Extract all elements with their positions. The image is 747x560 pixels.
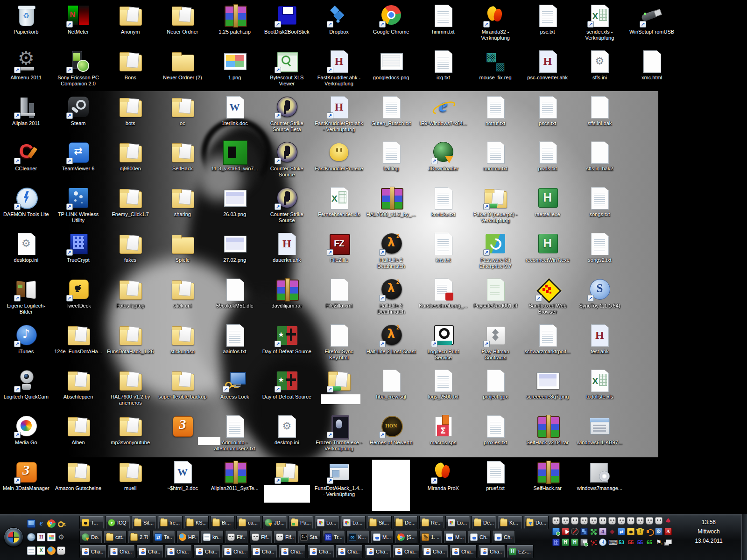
globe-icon[interactable]	[27, 533, 35, 541]
show-desktop-button[interactable]	[741, 514, 747, 560]
fifa-icon[interactable]	[655, 517, 662, 525]
desktop-icon[interactable]: ↗Play Hitman Contracts	[469, 321, 521, 366]
desktop-icon[interactable]: macros.sps	[417, 412, 470, 457]
taskbar-button[interactable]: Cha...	[193, 545, 220, 558]
diamond-icon[interactable]	[608, 528, 616, 535]
note-icon[interactable]	[27, 546, 35, 555]
desktop-icon[interactable]: sffs.ini.bak2	[574, 138, 626, 183]
desktop-icon[interactable]: notruf.txt	[469, 92, 521, 138]
fifa-icon[interactable]	[627, 517, 634, 525]
desktop-icon[interactable]: dauerkn.ahk	[261, 229, 313, 275]
fifa-icon[interactable]	[552, 517, 560, 525]
desktop-icon[interactable]: desktop.ini	[0, 229, 52, 275]
hgreen-icon[interactable]	[562, 539, 569, 546]
desktop-icon[interactable]: Firefox Sync Key.html	[313, 321, 365, 366]
desktop-icon[interactable]: ↗Day of Defeat Source	[261, 321, 313, 366]
desktop-icon[interactable]: SelfHack v2.04.rar	[521, 412, 574, 457]
sound-icon[interactable]	[646, 528, 653, 535]
desktop-icon[interactable]: ↗Dropbox	[313, 1, 365, 47]
fifa-icon[interactable]	[571, 517, 578, 525]
gear-icon[interactable]	[57, 533, 65, 541]
display-icon[interactable]	[27, 519, 35, 528]
desktop-icon[interactable]: ↗Mein 3DataManager	[0, 457, 52, 503]
taskbar-button[interactable]: Cha...	[250, 545, 277, 558]
desktop-icon[interactable]: screeeene8q7.png	[521, 366, 574, 412]
desktop-icon[interactable]: psc-converter.ahk	[521, 47, 574, 92]
desktop-icon[interactable]: pruef.txt	[469, 457, 521, 503]
desktop-icon[interactable]: ↗Counter-Strike Source	[261, 183, 313, 229]
desktop-icon[interactable]: ↗FastKnuddlerPro.ahk - Verknüpfung	[313, 92, 365, 138]
taskbar-button[interactable]: M...	[444, 530, 466, 544]
desktop-icon[interactable]: dj9800en	[104, 138, 156, 183]
taskbar-button[interactable]: [S...	[395, 530, 418, 544]
taskbar-button[interactable]: Cha...	[393, 545, 420, 558]
taskbar-button[interactable]: Lo...	[445, 516, 470, 529]
desktop-icon[interactable]: 124e_FunsDotAHa...	[52, 321, 105, 366]
desktop-icon[interactable]: ↗Logitech QuickCam	[0, 366, 52, 412]
taskbar-button[interactable]: Cha...	[279, 545, 306, 558]
desktop-icon[interactable]: ↗Allplan 2011	[0, 92, 52, 138]
desktop-icon[interactable]: ↗Sandboxed Web Browser	[521, 275, 574, 321]
desktop-icon[interactable]: hal.log	[365, 138, 417, 183]
fifa-icon[interactable]	[618, 517, 625, 525]
desktop-icon[interactable]: Alben	[52, 412, 105, 457]
desktop-icon[interactable]: FunsDotaHack_1.26	[104, 321, 156, 366]
desktop-icon[interactable]: ↗iTunes	[0, 321, 52, 366]
taskbar-button[interactable]: Tr...	[322, 530, 345, 544]
desktop-icon[interactable]: project.gpx	[469, 366, 521, 412]
desktop-icon[interactable]: 27.02.png	[209, 229, 261, 275]
desktop-icon[interactable]: 59cokdkM51.dlc	[209, 275, 261, 321]
taskbar-button[interactable]: Fif...	[249, 530, 272, 544]
firefox-icon[interactable]	[47, 546, 56, 555]
taskbar-button[interactable]: M...	[371, 530, 394, 544]
desktop-icon[interactable]: ↗Passware Kit Enterprise 9.7	[469, 229, 521, 275]
taskbar-button[interactable]: Cha...	[364, 545, 391, 558]
taskbar-button[interactable]: Ch...	[492, 530, 515, 544]
desktop-icon[interactable]: ↗TeamViewer 6	[52, 138, 105, 183]
desktop-icon[interactable]: songs.txt	[574, 183, 626, 229]
desktop-icon[interactable]: pscs.txt	[521, 92, 574, 138]
desktop-icon[interactable]: ↗NetMeter	[52, 1, 105, 47]
desktop-icon[interactable]: FastKnuddlerPro.exe	[313, 138, 365, 183]
pdfred-icon[interactable]	[664, 528, 672, 535]
desktop-icon[interactable]: sffs.ini	[574, 47, 626, 92]
layers-icon[interactable]	[580, 528, 588, 535]
desktop-icon[interactable]: icq.txt	[417, 47, 470, 92]
desktop-icon[interactable]: logs_2500.txt	[417, 366, 470, 412]
shield-icon[interactable]	[636, 528, 644, 535]
taskbar-button[interactable]: Cha...	[307, 545, 334, 558]
desktop-icon[interactable]: Kursbeschreibung_...	[417, 275, 470, 321]
taskbar-button[interactable]: JD...	[262, 516, 287, 529]
desktop-icon[interactable]: todoliste.xls	[574, 366, 626, 412]
desktop-icon[interactable]: Bons	[104, 47, 156, 92]
desktop-icon[interactable]: oc	[156, 92, 209, 138]
desktop-icon[interactable]: ~$html_2.doc	[156, 457, 209, 503]
desktop-icon[interactable]	[156, 412, 209, 457]
desktop-icon[interactable]: HAL7600 v1.2 by anemeros	[104, 366, 156, 412]
desktop-icon[interactable]: ↗FunsDotAHack_1.4... - Verknüpfung	[313, 457, 365, 503]
desktop-icon[interactable]: ↗TrueCrypt	[52, 229, 105, 275]
taskbar-button[interactable]: Sit...	[367, 516, 392, 529]
desktop-icon[interactable]: ↗Counter-Strike Source	[261, 138, 313, 183]
desktop-icon[interactable]: numma.txt	[469, 138, 521, 183]
desktop-icon[interactable]: ↗sender.xls - Verknüpfung	[574, 1, 626, 47]
desktop-icon[interactable]: sffs.ini.bak	[574, 92, 626, 138]
fifa-icon[interactable]	[590, 517, 597, 525]
taskbar-button[interactable]: ICQ	[106, 516, 130, 529]
desktop-icon[interactable]: windows7manage...	[574, 457, 626, 503]
desktop-icon[interactable]: muell	[104, 457, 156, 503]
desktop-icon[interactable]: reconnectWin7.exe	[521, 229, 574, 275]
desktop-icon[interactable]: ↗Bytescout XLS Viewer	[261, 47, 313, 92]
usb-icon[interactable]	[580, 539, 588, 546]
desktop-icon[interactable]: Guten_Rutsch.txt	[365, 92, 417, 138]
desktop-icon[interactable]: Enemy_Click1.7	[104, 183, 156, 229]
taskbar-button[interactable]: HP...	[176, 530, 199, 544]
desktop-icon[interactable]: mouse_fix.reg	[469, 47, 521, 92]
desktop-icon[interactable]: ↗Frozen Throne.exe - Verknüpfung	[313, 412, 365, 457]
taskbar-button[interactable]: De...	[472, 516, 496, 529]
desktop-icon[interactable]: Fernsehsender.xls	[313, 183, 365, 229]
desktop-icon[interactable]: ↗Miranda32 - Verknüpfung	[469, 1, 521, 47]
taskbar-button[interactable]: Cha...	[165, 545, 192, 558]
desktop-icon[interactable]: 1.25 patch.zip	[209, 1, 261, 47]
taskbar-button[interactable]: Ki...	[498, 516, 522, 529]
